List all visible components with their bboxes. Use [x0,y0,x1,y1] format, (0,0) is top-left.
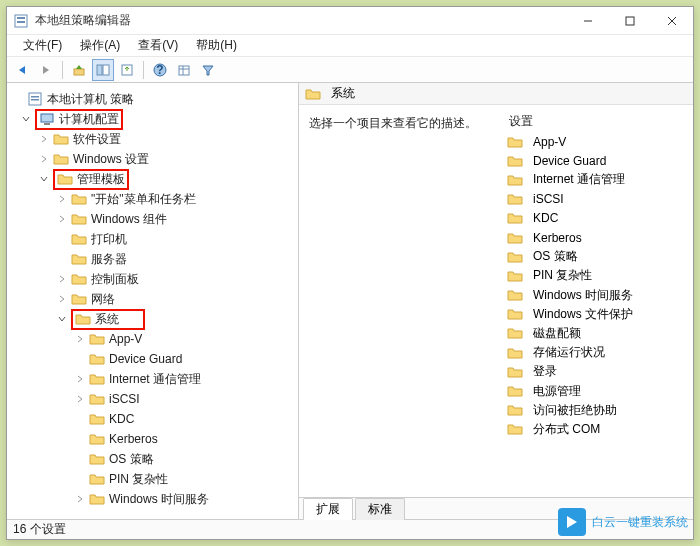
tree-system[interactable]: 系统 [11,309,294,329]
tree-win-time[interactable]: Windows 时间服务 [11,489,294,509]
tree-internet-comm[interactable]: Internet 通信管理 [11,369,294,389]
chevron-down-icon[interactable] [37,172,51,186]
list-item[interactable]: iSCSI [503,190,689,209]
tree-device-guard[interactable]: Device Guard [11,349,294,369]
properties-button[interactable] [173,59,195,81]
folder-icon [89,491,105,507]
chevron-right-icon[interactable] [73,392,87,406]
list-item[interactable]: 访问被拒绝协助 [503,401,689,420]
list-item[interactable]: OS 策略 [503,247,689,266]
tree-servers[interactable]: 服务器 [11,249,294,269]
tree-label: 本地计算机 策略 [47,91,134,108]
maximize-button[interactable] [609,7,651,35]
list-item[interactable]: PIN 复杂性 [503,266,689,285]
tree-appv[interactable]: App-V [11,329,294,349]
tree-software[interactable]: 软件设置 [11,129,294,149]
folder-icon [507,421,523,437]
forward-button[interactable] [35,59,57,81]
back-button[interactable] [11,59,33,81]
chevron-right-icon[interactable] [55,192,69,206]
minimize-button[interactable] [567,7,609,35]
tree-label: "开始"菜单和任务栏 [91,191,196,208]
folder-icon [507,249,523,265]
tree-kerberos[interactable]: Kerberos [11,429,294,449]
chevron-right-icon[interactable] [55,212,69,226]
list-item[interactable]: 存储运行状况 [503,343,689,362]
tree-computer-config[interactable]: 计算机配置 [11,109,294,129]
help-button[interactable]: ? [149,59,171,81]
content-header: 系统 [299,83,693,105]
chevron-right-icon[interactable] [55,292,69,306]
up-button[interactable] [68,59,90,81]
list-item[interactable]: Kerberos [503,228,689,247]
folder-icon [75,311,91,327]
folder-icon [507,402,523,418]
folder-icon [507,230,523,246]
show-hide-tree-button[interactable] [92,59,114,81]
chevron-down-icon[interactable] [19,112,33,126]
tree-control-panel[interactable]: 控制面板 [11,269,294,289]
folder-icon [53,151,69,167]
tree-admin-templates[interactable]: 管理模板 [11,169,294,189]
tree-root[interactable]: 本地计算机 策略 [11,89,294,109]
tree-label: iSCSI [109,392,140,406]
gpedit-window: 本地组策略编辑器 文件(F) 操作(A) 查看(V) 帮助(H) ? [6,6,694,540]
tab-standard[interactable]: 标准 [355,498,405,520]
list-item-label: KDC [533,211,558,225]
folder-icon [507,383,523,399]
chevron-right-icon[interactable] [73,492,87,506]
tab-extended[interactable]: 扩展 [303,498,353,520]
filter-button[interactable] [197,59,219,81]
list-item[interactable]: KDC [503,209,689,228]
column-header[interactable]: 设置 [503,111,689,132]
content-body: 选择一个项目来查看它的描述。 设置 App-VDevice GuardInter… [299,105,693,497]
folder-icon [89,371,105,387]
tree-label: 系统 [95,311,119,328]
tree-iscsi[interactable]: iSCSI [11,389,294,409]
tree-windows-settings[interactable]: Windows 设置 [11,149,294,169]
titlebar[interactable]: 本地组策略编辑器 [7,7,693,35]
folder-icon [507,134,523,150]
list-item[interactable]: 磁盘配额 [503,324,689,343]
svg-text:?: ? [156,63,163,77]
items-column[interactable]: 设置 App-VDevice GuardInternet 通信管理iSCSIKD… [499,105,693,497]
list-item[interactable]: Windows 时间服务 [503,286,689,305]
chevron-right-icon[interactable] [37,132,51,146]
folder-icon [71,231,87,247]
list-item[interactable]: Internet 通信管理 [503,170,689,189]
svg-rect-4 [626,17,634,25]
chevron-right-icon[interactable] [37,152,51,166]
list-item[interactable]: 电源管理 [503,381,689,400]
chevron-right-icon[interactable] [73,332,87,346]
svg-rect-9 [103,65,109,75]
tree-start-taskbar[interactable]: "开始"菜单和任务栏 [11,189,294,209]
list-item[interactable]: App-V [503,132,689,151]
list-item[interactable]: 分布式 COM [503,420,689,439]
menu-help[interactable]: 帮助(H) [188,35,245,56]
tree-pin[interactable]: PIN 复杂性 [11,469,294,489]
tree-pane[interactable]: 本地计算机 策略 计算机配置 软件设置 Wind [7,83,299,519]
export-list-button[interactable] [116,59,138,81]
tree-label: Windows 时间服务 [109,491,209,508]
list-item[interactable]: Windows 文件保护 [503,305,689,324]
tree-label: 服务器 [91,251,127,268]
tree-os-policy[interactable]: OS 策略 [11,449,294,469]
tree-label: Device Guard [109,352,182,366]
menu-view[interactable]: 查看(V) [130,35,186,56]
folder-icon [89,351,105,367]
tree-win-components[interactable]: Windows 组件 [11,209,294,229]
list-item-label: 访问被拒绝协助 [533,402,617,419]
toolbar: ? [7,57,693,83]
menu-file[interactable]: 文件(F) [15,35,70,56]
menu-action[interactable]: 操作(A) [72,35,128,56]
tree-printers[interactable]: 打印机 [11,229,294,249]
chevron-right-icon[interactable] [73,372,87,386]
chevron-right-icon[interactable] [55,272,69,286]
close-button[interactable] [651,7,693,35]
list-item[interactable]: Device Guard [503,151,689,170]
list-item[interactable]: 登录 [503,362,689,381]
description-column: 选择一个项目来查看它的描述。 [299,105,499,497]
tree-network[interactable]: 网络 [11,289,294,309]
tree-kdc[interactable]: KDC [11,409,294,429]
chevron-down-icon[interactable] [55,312,69,326]
